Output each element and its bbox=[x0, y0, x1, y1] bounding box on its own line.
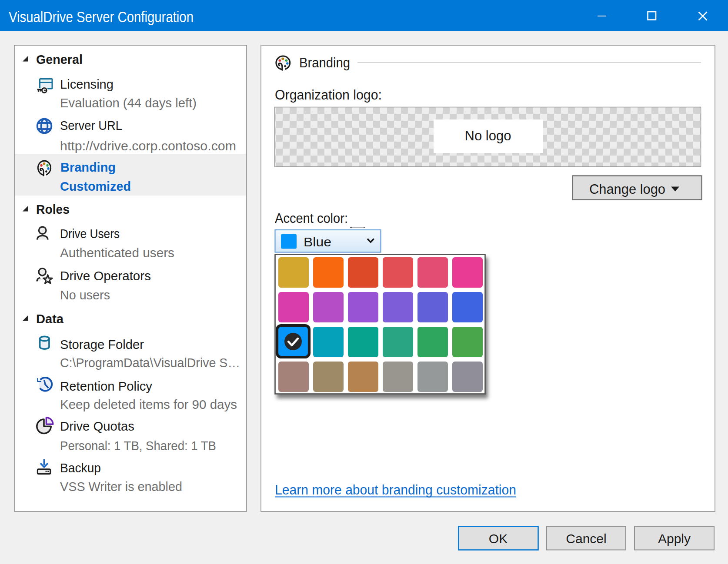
svg-text:No logo: No logo bbox=[465, 128, 511, 143]
svg-text:Customized: Customized bbox=[60, 179, 131, 193]
svg-text:Personal: 1 TB, Shared: 1 TB: Personal: 1 TB, Shared: 1 TB bbox=[60, 438, 216, 453]
svg-text:C:\ProgramData\VisualDrive S…: C:\ProgramData\VisualDrive S… bbox=[60, 355, 240, 370]
svg-text:Storage Folder: Storage Folder bbox=[60, 337, 144, 352]
svg-text:Organization logo:: Organization logo: bbox=[275, 87, 382, 103]
svg-text:Apply: Apply bbox=[658, 531, 691, 546]
svg-text:Data: Data bbox=[36, 312, 63, 326]
svg-text:VSS Writer is enabled: VSS Writer is enabled bbox=[60, 479, 182, 494]
svg-text:Licensing: Licensing bbox=[60, 77, 114, 91]
svg-text:Drive Quotas: Drive Quotas bbox=[60, 419, 134, 433]
svg-text:Keep deleted items for 90 days: Keep deleted items for 90 days bbox=[60, 397, 237, 411]
svg-text:Retention Policy: Retention Policy bbox=[60, 379, 152, 393]
svg-text:Evaluation (44 days left): Evaluation (44 days left) bbox=[60, 96, 197, 110]
svg-text:Server URL: Server URL bbox=[60, 118, 122, 133]
svg-text:Branding: Branding bbox=[299, 55, 350, 70]
svg-text:http://vdrive.corp.contoso.com: http://vdrive.corp.contoso.com bbox=[60, 139, 236, 153]
svg-text:No users: No users bbox=[60, 288, 110, 302]
svg-text:Backup: Backup bbox=[60, 461, 101, 475]
svg-text:Cancel: Cancel bbox=[566, 531, 606, 546]
svg-text:General: General bbox=[36, 52, 83, 66]
svg-text:Roles: Roles bbox=[36, 202, 70, 216]
svg-text:Drive Users: Drive Users bbox=[60, 226, 120, 241]
svg-text:Learn more about branding cust: Learn more about branding customization bbox=[275, 482, 516, 498]
svg-text:Accent color:: Accent color: bbox=[275, 211, 348, 226]
svg-text:Authenticated users: Authenticated users bbox=[60, 246, 174, 260]
svg-text:Change logo: Change logo bbox=[589, 182, 665, 197]
svg-text:Drive Operators: Drive Operators bbox=[60, 269, 151, 283]
svg-text:Branding: Branding bbox=[60, 160, 116, 174]
svg-text:OK: OK bbox=[489, 531, 508, 546]
svg-text:VisualDrive Server Configurati: VisualDrive Server Configuration bbox=[9, 9, 194, 25]
svg-text:Blue: Blue bbox=[304, 235, 331, 249]
